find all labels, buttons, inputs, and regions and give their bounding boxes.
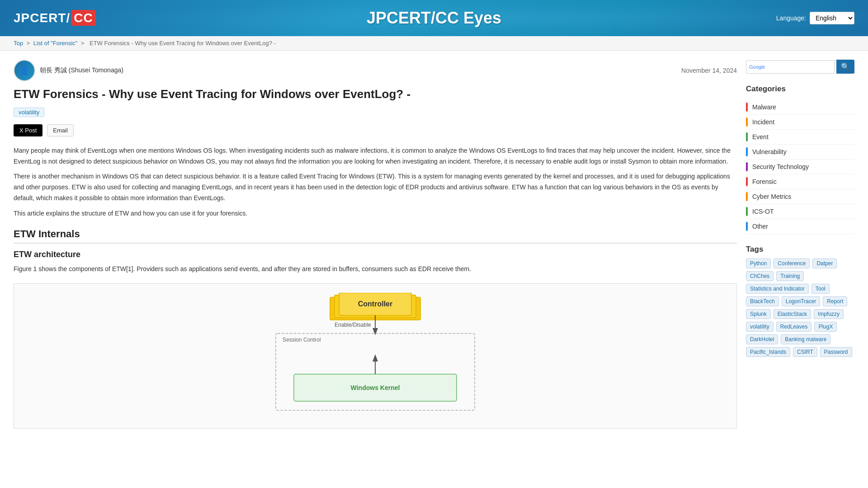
breadcrumb-top[interactable]: Top: [14, 40, 23, 47]
tags-section: Tags Python Conference Datper ChChes Tra…: [746, 245, 854, 357]
article-body: Many people may think of EventLogs when …: [14, 145, 737, 219]
category-item-incident[interactable]: Incident: [746, 115, 854, 130]
sidebar: 🔍 Categories Malware Incident Event Vuln…: [746, 60, 854, 438]
share-buttons: X Post Email: [14, 124, 737, 136]
etw-diagram: Controller Enable/Disable Session Contro…: [14, 283, 737, 429]
tags-container: Python Conference Datper ChChes Training…: [746, 258, 854, 357]
search-button[interactable]: 🔍: [836, 60, 854, 74]
category-dot-security-technology: [746, 162, 748, 171]
tag-training[interactable]: Training: [776, 271, 804, 281]
logo-cc: CC: [71, 10, 95, 26]
tag-statistics-and-indicator[interactable]: Statistics and Indicator: [746, 284, 809, 294]
breadcrumb-sep-1: >: [27, 40, 32, 47]
section-etw-internals: ETW Internals: [14, 228, 737, 244]
logo-slash: /: [66, 11, 70, 25]
windows-kernel-label: Windows Kernel: [351, 384, 400, 391]
site-title: JPCERT/CC Eyes: [367, 9, 501, 28]
article-paragraph-2: There is another mechanism in Windows OS…: [14, 171, 737, 203]
controller-label: Controller: [358, 300, 392, 308]
category-dot-vulnerability: [746, 147, 748, 156]
category-item-security-technology[interactable]: Security Technology: [746, 160, 854, 174]
logo-jpcert: JPCERT: [14, 11, 66, 25]
search-input-wrap: [746, 60, 835, 74]
session-control-label: Session Control: [283, 337, 321, 343]
category-label-ics-ot: ICS-OT: [752, 208, 774, 215]
tag-darkhotel[interactable]: DarkHotel: [746, 334, 778, 344]
article-paragraph-3: This article explains the structure of E…: [14, 208, 737, 219]
avatar-placeholder: 👤: [14, 61, 34, 80]
author-info: 👤 朝長 秀誠 (Shusei Tomonaga): [14, 60, 123, 81]
search-input[interactable]: [746, 60, 835, 74]
language-selector[interactable]: Language: English Japanese: [776, 12, 854, 24]
tag-csirt[interactable]: CSIRT: [793, 347, 817, 357]
tag-volatility[interactable]: volatility: [746, 322, 774, 332]
avatar: 👤: [14, 60, 35, 81]
tag-logontracer[interactable]: LogonTracer: [782, 296, 821, 306]
tag-tool[interactable]: Tool: [811, 284, 830, 294]
language-label: Language:: [776, 14, 806, 22]
category-dot-cyber-metrics: [746, 192, 748, 201]
article-tag-volatility[interactable]: volatility: [14, 108, 44, 117]
header: JPCERT/CC JPCERT/CC Eyes Language: Engli…: [0, 0, 868, 36]
tag-plugx[interactable]: PlugX: [814, 322, 837, 332]
article-date: November 14, 2024: [681, 67, 737, 74]
section-etw-architecture: ETW architecture: [14, 250, 737, 259]
category-label-cyber-metrics: Cyber Metrics: [752, 193, 791, 200]
category-item-vulnerability[interactable]: Vulnerability: [746, 145, 854, 160]
category-item-ics-ot[interactable]: ICS-OT: [746, 204, 854, 219]
share-email-button[interactable]: Email: [47, 124, 74, 136]
category-label-vulnerability: Vulnerability: [752, 148, 787, 155]
search-box: 🔍: [746, 60, 854, 74]
tag-password[interactable]: Password: [820, 347, 852, 357]
breadcrumb-sep-2: >: [81, 40, 86, 47]
category-label-other: Other: [752, 223, 768, 230]
main-container: 👤 朝長 秀誠 (Shusei Tomonaga) November 14, 2…: [0, 51, 868, 447]
category-item-other[interactable]: Other: [746, 219, 854, 234]
tag-python[interactable]: Python: [746, 258, 771, 268]
categories-list: Malware Incident Event Vulnerability Sec…: [746, 100, 854, 234]
logo[interactable]: JPCERT/CC: [14, 11, 96, 25]
category-item-cyber-metrics[interactable]: Cyber Metrics: [746, 189, 854, 204]
tag-impfuzzy[interactable]: Impfuzzy: [814, 309, 844, 319]
tag-blacktech[interactable]: BlackTech: [746, 296, 779, 306]
category-dot-ics-ot: [746, 207, 748, 216]
breadcrumb-current: ETW Forensics - Why use Event Tracing fo…: [90, 40, 276, 47]
article: 👤 朝長 秀誠 (Shusei Tomonaga) November 14, 2…: [14, 60, 737, 438]
category-dot-incident: [746, 117, 748, 127]
tag-redleaves[interactable]: RedLeaves: [776, 322, 812, 332]
category-label-security-technology: Security Technology: [752, 163, 809, 170]
tag-pacific-islands[interactable]: Pacific_Islands: [746, 347, 790, 357]
breadcrumb-forensic[interactable]: List of "Forensic": [33, 40, 77, 47]
article-title: ETW Forensics - Why use Event Tracing fo…: [14, 87, 737, 102]
category-dot-event: [746, 132, 748, 141]
architecture-description: Figure 1 shows the components of ETW[1].…: [14, 264, 737, 275]
diagram-svg: Controller Enable/Disable Session Contro…: [240, 293, 511, 419]
tag-conference[interactable]: Conference: [774, 258, 810, 268]
category-dot-forensic: [746, 177, 748, 186]
tag-elasticstack[interactable]: ElasticStack: [774, 309, 811, 319]
tag-banking-malware[interactable]: Banking malware: [781, 334, 830, 344]
category-item-malware[interactable]: Malware: [746, 100, 854, 115]
breadcrumb: Top > List of "Forensic" > ETW Forensics…: [0, 36, 868, 51]
category-label-event: Event: [752, 133, 769, 141]
author-name: 朝長 秀誠 (Shusei Tomonaga): [40, 66, 123, 75]
tags-title: Tags: [746, 245, 854, 254]
article-tags: volatility: [14, 108, 737, 124]
language-dropdown[interactable]: English Japanese: [810, 12, 854, 24]
tag-datper[interactable]: Datper: [812, 258, 837, 268]
categories-title: Categories: [746, 84, 854, 95]
article-paragraph-1: Many people may think of EventLogs when …: [14, 145, 737, 167]
category-dot-other: [746, 222, 748, 231]
tag-report[interactable]: Report: [823, 296, 847, 306]
tag-splunk[interactable]: Splunk: [746, 309, 771, 319]
tag-chches[interactable]: ChChes: [746, 271, 774, 281]
category-label-forensic: Forensic: [752, 178, 777, 185]
category-label-malware: Malware: [752, 103, 776, 111]
category-item-forensic[interactable]: Forensic: [746, 174, 854, 189]
article-meta: 👤 朝長 秀誠 (Shusei Tomonaga) November 14, 2…: [14, 60, 737, 81]
category-label-incident: Incident: [752, 118, 774, 126]
enable-disable-label: Enable/Disable: [335, 322, 371, 328]
category-dot-malware: [746, 103, 748, 112]
share-xpost-button[interactable]: X Post: [14, 124, 42, 136]
category-item-event[interactable]: Event: [746, 130, 854, 145]
